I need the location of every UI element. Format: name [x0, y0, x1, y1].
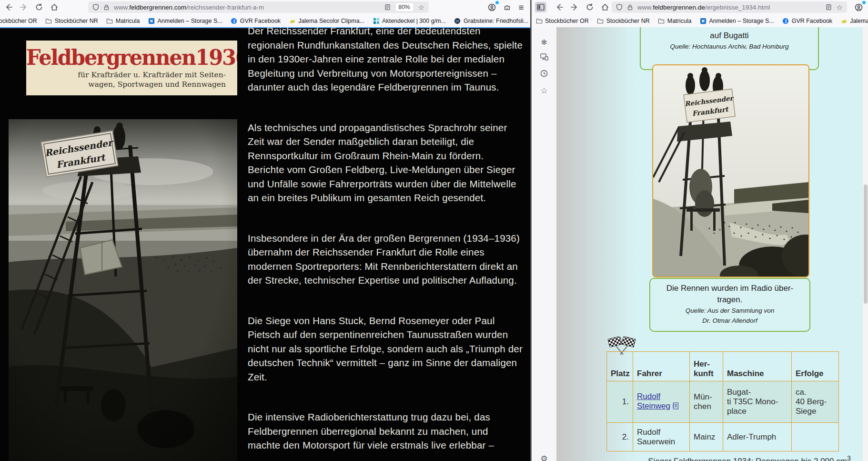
forward-button[interactable]	[18, 2, 30, 12]
url-text[interactable]: www.feldbergrennen.de/ergebnisse_1934.ht…	[637, 4, 826, 11]
footer-sup: 3	[847, 454, 851, 461]
folder-icon	[106, 17, 113, 24]
bookmark-label: Matricula	[667, 18, 692, 24]
home-button[interactable]	[49, 2, 60, 12]
col-fahrer: Fahrer	[633, 352, 690, 381]
bookmark-label: Jalema Secolor Clipma...	[850, 18, 868, 24]
caption-box-bottom: Die Rennen wurden im Radio über- tragen.…	[649, 278, 810, 332]
reload-button[interactable]	[33, 2, 45, 12]
poster-subtitle-line2: wagen, Sportwagen und Rennwagen	[88, 80, 226, 89]
bookmark-item[interactable]: Anmelden – Storage S...	[699, 17, 774, 24]
page-scrollbar[interactable]	[863, 27, 868, 461]
bookmark-item[interactable]: Jalema Secolor Clipma...	[840, 17, 868, 24]
url-path: /reichssender-frankfurt-a-m	[186, 4, 264, 11]
cell-maschine: Bugat- ti T35C Mono- place	[723, 381, 792, 423]
storage-share-icon	[148, 17, 155, 24]
lock-icon[interactable]	[103, 4, 110, 10]
caption-bottom-text: Die Rennen wurden im Radio über- tragen.	[650, 283, 809, 306]
folder-icon	[658, 17, 665, 24]
shield-icon[interactable]	[616, 4, 623, 10]
cell-fahrer: Rudolf Sauerwein	[633, 423, 690, 451]
bookmarks-icon[interactable]: ☆	[532, 87, 556, 95]
url-text[interactable]: www.feldbergrennen.com/reichssender-fran…	[114, 4, 384, 11]
menu-button[interactable]: ≡	[515, 2, 527, 12]
jalema-icon	[840, 17, 848, 24]
caption-box-top: auf Bugatti Quelle: Hochtaunus Archiv, B…	[640, 27, 819, 70]
bookmark-star-icon[interactable]: ☆	[418, 4, 424, 11]
race-poster-image: Feldbergrennen1936 für Krafträder u. Kra…	[26, 41, 237, 95]
document-note-icon[interactable]	[672, 402, 678, 412]
bookmark-item[interactable]: Grabsteine: Friedhofsli...	[454, 17, 528, 24]
account-icon[interactable]	[853, 2, 864, 12]
sidebar-toggle-button[interactable]	[535, 2, 546, 12]
bookmark-item[interactable]: Stockbücher OR	[0, 17, 37, 24]
facebook-icon: f	[782, 17, 789, 24]
bookmark-item[interactable]: Jalema Secolor Clipma...	[289, 17, 364, 24]
bookmark-item[interactable]: Stockbücher NR	[45, 17, 98, 24]
cell-herkunft: Mün- chen	[690, 381, 723, 423]
bookmark-label: Stockbücher OR	[0, 18, 37, 24]
bookmark-label: Anmelden – Storage S...	[709, 18, 774, 24]
bookmark-label: Jalema Secolor Clipma...	[298, 18, 364, 24]
cell-erfolge	[792, 423, 839, 451]
table-row: 1. Rudolf Steinweg Mün- chen Bugat- ti T…	[607, 381, 839, 423]
back-button[interactable]	[554, 2, 565, 12]
reader-view-icon[interactable]	[826, 4, 832, 10]
home-button[interactable]	[599, 2, 611, 12]
bookmark-item[interactable]: Stockbücher NR	[597, 17, 650, 24]
col-herkunft: Her- kunft	[690, 352, 723, 381]
tower-photo-left: Reichssender Frankfurt	[9, 119, 237, 461]
extension-icon[interactable]	[501, 2, 513, 12]
facebook-icon: f	[231, 17, 238, 24]
address-bar[interactable]: www.feldbergrennen.com/reichssender-fran…	[88, 1, 429, 13]
right-bookmarks-bar: Stockbücher OR Stockbücher NR Matricula …	[532, 14, 868, 28]
footer-text: Sieger Feldbergrennen 1934: Rennwagen bi…	[648, 457, 847, 461]
results-table: Platz Fahrer Her- kunft Maschine Erfolge…	[606, 351, 839, 451]
lock-icon[interactable]	[627, 4, 633, 10]
account-icon[interactable]	[486, 2, 497, 12]
scrollbar-thumb[interactable]	[864, 184, 868, 304]
section-footer-text: Sieger Feldbergrennen 1934: Rennwagen bi…	[606, 454, 868, 461]
bookmark-label: Aktendeckel | 300 g/m...	[382, 18, 446, 24]
bookmark-item[interactable]: Stockbücher OR	[535, 17, 589, 24]
tower-photo-right: Reichssender Frankfurt	[652, 64, 809, 277]
ai-chatbot-icon[interactable]: ✻	[532, 39, 556, 46]
reader-view-icon[interactable]	[384, 4, 391, 10]
bookmark-item[interactable]: Matricula	[106, 17, 140, 24]
shield-icon[interactable]	[92, 4, 99, 10]
notification-dot	[495, 1, 499, 4]
notification-dot	[862, 1, 866, 4]
reload-button[interactable]	[584, 2, 595, 12]
url-www: www.	[114, 4, 129, 11]
paragraph: Insbesondere in der Ära der großen Bergr…	[248, 231, 523, 287]
driver-link[interactable]: Rudolf Steinweg	[637, 392, 670, 410]
col-maschine: Maschine	[723, 352, 792, 381]
browser-window-right: www.feldbergrennen.de/ergebnisse_1934.ht…	[531, 0, 868, 461]
bookmark-label: Matricula	[116, 18, 140, 24]
synced-tabs-icon[interactable]	[532, 53, 556, 61]
bookmark-item[interactable]: Anmelden – Storage S...	[148, 17, 222, 24]
bookmark-item[interactable]: Aktendeckel | 300 g/m...	[373, 17, 446, 24]
caption-bottom-source1: Quelle: Aus der Sammlung von	[650, 306, 809, 316]
history-icon[interactable]	[532, 70, 556, 78]
article-text: Der Reichssender Frankfurt, eine der bed…	[248, 27, 523, 461]
screenshot-stage: www.feldbergrennen.com/reichssender-fran…	[0, 0, 868, 461]
bookmark-star-icon[interactable]: ☆	[837, 4, 843, 11]
bookmark-item[interactable]: f GVR Facebook	[782, 17, 832, 24]
zoom-level-badge[interactable]: 80%	[395, 3, 414, 11]
bookmark-label: GVR Facebook	[240, 18, 281, 24]
cell-platz: 1.	[607, 381, 633, 423]
right-page-content: ✻ ☆ ⚙ auf Bugatti Quelle: Hochtaunus Arc…	[532, 27, 868, 461]
storage-share-icon	[699, 17, 707, 24]
paragraph: Der Reichssender Frankfurt, eine der bed…	[248, 27, 523, 94]
settings-icon[interactable]: ⚙	[532, 455, 556, 461]
url-path: /ergebnisse_1934.html	[705, 4, 770, 11]
left-toolbar: www.feldbergrennen.com/reichssender-fran…	[0, 0, 530, 14]
address-bar[interactable]: www.feldbergrennen.de/ergebnisse_1934.ht…	[612, 1, 847, 13]
bookmark-item[interactable]: Matricula	[658, 17, 692, 24]
bookmark-item[interactable]: f GVR Facebook	[231, 17, 281, 24]
forward-button[interactable]	[569, 2, 580, 12]
back-button[interactable]	[3, 2, 14, 12]
cell-maschine: Adler-Trumph	[723, 423, 792, 451]
right-toolbar: www.feldbergrennen.de/ergebnisse_1934.ht…	[532, 0, 868, 14]
